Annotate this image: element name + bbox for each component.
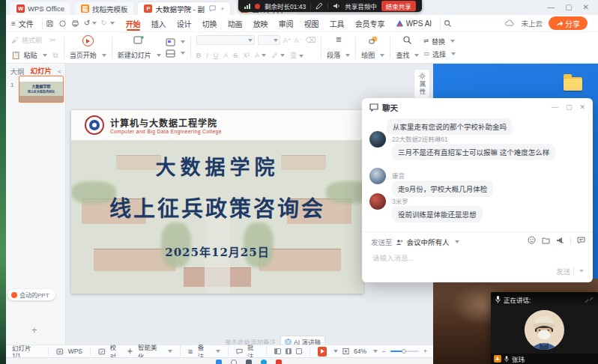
- send-button[interactable]: 发送: [556, 266, 584, 276]
- chat-settings-icon[interactable]: [577, 237, 585, 244]
- zoom-out-icon[interactable]: −: [382, 348, 386, 355]
- font-size-select[interactable]: [258, 35, 280, 45]
- menu-view[interactable]: 视图: [299, 15, 324, 31]
- meeting-video-panel[interactable]: 正在讲话: ♟ 张玮: [491, 292, 598, 364]
- menu-member[interactable]: 会员专享: [350, 15, 390, 31]
- more-icon[interactable]: [110, 22, 115, 25]
- text-effect-button[interactable]: 变: [290, 50, 303, 60]
- screen-share-banner: 剩余时长01:43 共享音频中 结束共享: [238, 0, 422, 12]
- new-tab-icon[interactable]: +: [220, 4, 225, 13]
- underline-button[interactable]: U: [214, 52, 219, 59]
- slideshow-play-button[interactable]: [318, 347, 327, 357]
- font-family-select[interactable]: [196, 35, 255, 45]
- menu-home[interactable]: 开始: [121, 15, 146, 31]
- layout-icon: [166, 38, 175, 46]
- superscript-button[interactable]: X²: [243, 52, 250, 59]
- annotate-icon[interactable]: [315, 2, 323, 10]
- menu-tools[interactable]: 工具: [324, 15, 350, 31]
- fit-window-icon[interactable]: [342, 348, 349, 355]
- menu-design[interactable]: 设计: [172, 15, 197, 31]
- desktop-folder-icon[interactable]: [564, 77, 582, 91]
- task-view-icon[interactable]: [246, 360, 252, 364]
- clear-format-icon[interactable]: ⌫: [305, 36, 315, 45]
- mic-small-icon: [504, 356, 509, 363]
- zoom-in-icon[interactable]: +: [423, 348, 427, 355]
- draw-button[interactable]: 绘图: [359, 34, 387, 61]
- tab-document-active[interactable]: P 大数据学院 - 副 +: [138, 2, 230, 15]
- chat-close-icon[interactable]: ✕: [579, 103, 585, 111]
- emoji-icon[interactable]: [528, 236, 536, 244]
- format-painter-button[interactable]: 🖌 格式刷 ✂: [11, 35, 58, 45]
- section-button[interactable]: [166, 49, 185, 58]
- cut-icon[interactable]: ✂: [49, 36, 55, 45]
- normal-view-icon[interactable]: [274, 348, 280, 354]
- replace-button[interactable]: ⇄替换: [423, 37, 456, 46]
- reading-view-icon[interactable]: [296, 348, 302, 354]
- italic-button[interactable]: I: [206, 52, 208, 59]
- chat-input[interactable]: [371, 253, 521, 263]
- char-spacing-button[interactable]: A: [223, 52, 228, 59]
- tab-docer[interactable]: 稻 找稻壳模板: [75, 2, 134, 15]
- file-icon[interactable]: [542, 237, 550, 244]
- file-menu[interactable]: ≡ 文件: [6, 15, 39, 31]
- bold-button[interactable]: B: [196, 52, 202, 59]
- find-button[interactable]: 查找: [393, 34, 421, 61]
- window-minimize-icon[interactable]: —: [547, 4, 555, 11]
- font-increase-icon[interactable]: A⁺: [283, 37, 292, 44]
- wps-taskbar-icon[interactable]: [276, 360, 282, 364]
- zoom-slider[interactable]: [390, 351, 419, 352]
- share-button[interactable]: 分享: [549, 16, 588, 30]
- menu-transition[interactable]: 切换: [197, 15, 223, 31]
- start-button-icon[interactable]: [216, 360, 222, 364]
- collapse-panel-icon[interactable]: <: [58, 68, 61, 75]
- tab-wps-office[interactable]: W WPS Office: [10, 2, 70, 15]
- expand-icon[interactable]: [585, 297, 594, 303]
- redo-icon[interactable]: ↻: [100, 19, 106, 28]
- copy-icon[interactable]: ⧉: [53, 51, 58, 60]
- window-close-icon[interactable]: ✕: [583, 4, 589, 11]
- menu-insert[interactable]: 插入: [146, 15, 172, 31]
- chat-footer: 发送至 会议中所有人 发送: [362, 231, 593, 282]
- properties-sidebar-button[interactable]: 属性: [414, 69, 430, 99]
- paste-button[interactable]: 📋 粘贴 ⧉: [11, 50, 58, 60]
- add-slide-button[interactable]: +: [31, 324, 37, 336]
- menu-animation[interactable]: 动画: [223, 15, 248, 31]
- play-from-current-button[interactable]: 当页开始: [67, 34, 109, 61]
- chat-minimize-icon[interactable]: —: [552, 103, 558, 111]
- font-decrease-icon[interactable]: A⁻: [294, 37, 302, 44]
- highlight-button[interactable]: 🖉: [271, 52, 285, 59]
- slide-canvas[interactable]: 计算机与大数据工程学院 Computer and Big Data Engine…: [71, 110, 363, 294]
- layout-button[interactable]: [166, 38, 185, 46]
- comment-bubble-icon[interactable]: [208, 4, 217, 13]
- save-icon[interactable]: [46, 19, 54, 28]
- send-to-selector[interactable]: 会议中所有人: [407, 237, 450, 247]
- megaphone-icon[interactable]: [556, 237, 564, 244]
- chat-maximize-icon[interactable]: ▢: [566, 103, 573, 111]
- stop-share-button[interactable]: 结束共享: [381, 1, 416, 11]
- output-icon[interactable]: [58, 19, 67, 28]
- taskbar-search-icon[interactable]: [231, 360, 237, 364]
- edge-icon[interactable]: [261, 360, 267, 364]
- select-button[interactable]: ▭选择: [423, 49, 456, 59]
- tab-outline[interactable]: 大纲: [10, 66, 24, 76]
- undo-icon[interactable]: ↺: [84, 19, 90, 28]
- floating-promo-pill[interactable]: 会动的PPT: [7, 289, 55, 300]
- print-icon[interactable]: [71, 19, 79, 28]
- slide-thumbnail-1[interactable]: 大数据学院 线上征兵政策咨询会: [19, 76, 64, 103]
- new-slide-button[interactable]: 新建幻灯片: [115, 34, 163, 61]
- format-painter-icon: 🖌: [11, 36, 19, 45]
- search-icon[interactable]: [444, 19, 452, 28]
- zoom-value[interactable]: 64%: [354, 348, 366, 355]
- sorter-view-icon[interactable]: [286, 348, 292, 354]
- menu-wps-ai[interactable]: WPS AI: [390, 15, 437, 31]
- window-maximize-icon[interactable]: ▢: [565, 4, 572, 11]
- paragraph-button[interactable]: ≣ 段落: [324, 34, 352, 61]
- cloud-status[interactable]: 未上云: [521, 18, 543, 28]
- chat-header[interactable]: 聊天 — ▢ ✕: [362, 98, 593, 116]
- menu-review[interactable]: 审阅: [274, 15, 299, 31]
- font-color-button[interactable]: A: [255, 52, 266, 59]
- wps-status-label[interactable]: WPS: [68, 348, 82, 355]
- menu-slideshow[interactable]: 放映: [248, 15, 274, 31]
- new-slide-icon: [133, 35, 145, 45]
- strikethrough-button[interactable]: S: [233, 52, 238, 59]
